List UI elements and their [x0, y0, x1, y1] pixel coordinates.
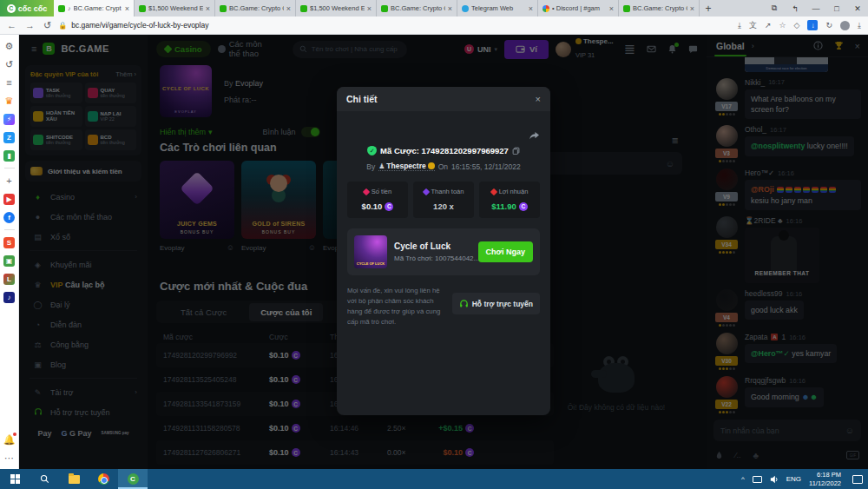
- game-id-row: Mã Trò chơi: 1007544042...: [394, 254, 471, 262]
- tab-close-icon[interactable]: ×: [206, 4, 210, 13]
- tab-close-icon[interactable]: ×: [448, 4, 452, 13]
- tab-close-icon[interactable]: ×: [529, 4, 533, 13]
- tab-title: $1,500 Weekend Ev: [148, 4, 203, 12]
- reload-icon[interactable]: ↺: [43, 20, 51, 31]
- tab-audio-icon[interactable]: ♪: [68, 5, 71, 11]
- bet-stats-row: Số tiền$0.10CThanh toán120 xLợi nhuận$11…: [347, 182, 540, 218]
- shopee-icon[interactable]: S: [3, 236, 16, 248]
- stat-icon: [490, 188, 496, 195]
- modal-titlebar: Chi tiết ×: [337, 87, 550, 111]
- tab-close-icon[interactable]: ×: [690, 4, 694, 13]
- start-button[interactable]: [0, 469, 30, 489]
- bet-id-value: 1749281202997969927: [422, 146, 509, 155]
- lazada-icon[interactable]: L: [3, 273, 16, 285]
- coccoc-taskbar-icon[interactable]: C: [118, 469, 148, 489]
- action-center-icon[interactable]: [852, 475, 863, 484]
- address-bar-icons: ⤓ 文 ↗ ☆ ◇ ↓ ↻ ⤓: [738, 20, 861, 31]
- browser-tab[interactable]: BC.Game: Crypto Ca×: [377, 0, 457, 17]
- url-box[interactable]: 🔒 bc.game/vi/game/cycle-of-luck-by-evopl…: [58, 21, 208, 30]
- back-to-app-icon[interactable]: ↰: [785, 4, 806, 13]
- stat-value: 120 x: [413, 202, 474, 211]
- tray-expand-icon[interactable]: ^: [741, 475, 745, 483]
- browser-tab[interactable]: BC.Game: Crypto Ca×: [215, 0, 296, 17]
- messenger-icon[interactable]: ⚡: [3, 113, 16, 125]
- share-icon[interactable]: [529, 131, 540, 141]
- zalo-icon[interactable]: Z: [3, 131, 16, 143]
- language-indicator[interactable]: ENG: [786, 475, 801, 483]
- pip-icon[interactable]: ⧉: [764, 3, 785, 13]
- crown-icon[interactable]: ♛: [3, 95, 16, 107]
- taskbar-clock[interactable]: 6:18 PM 11/12/2022: [809, 471, 841, 488]
- stat-label: Thanh toán: [413, 188, 474, 195]
- browser-tab[interactable]: • Discord | #gam×: [538, 0, 619, 17]
- adblock-icon[interactable]: ◇: [794, 21, 800, 30]
- by-label: By: [366, 162, 375, 171]
- translate-icon[interactable]: 文: [749, 20, 757, 31]
- volume-icon[interactable]: [770, 472, 779, 487]
- chrome-icon[interactable]: [89, 469, 118, 489]
- youtube-icon[interactable]: ▶: [3, 193, 16, 205]
- maximize-button[interactable]: □: [826, 4, 847, 13]
- player-link[interactable]: ♟Thespectre: [378, 162, 435, 171]
- close-window-button[interactable]: ✕: [847, 4, 868, 13]
- brand-label: cốc cốc: [18, 4, 48, 13]
- save-icon[interactable]: ⤓: [738, 21, 741, 30]
- back-icon[interactable]: ←: [7, 20, 16, 31]
- copy-icon[interactable]: [512, 147, 520, 155]
- tab-title: $1,500 Weekend Ev: [310, 4, 365, 12]
- modal-close-icon[interactable]: ×: [536, 94, 541, 104]
- tab-close-icon[interactable]: ×: [286, 4, 291, 13]
- browser-tab[interactable]: ♪BC.Game: Crypt×: [54, 0, 135, 17]
- live-support-button[interactable]: Hỗ trợ trực tuyến: [452, 293, 540, 314]
- facebook-icon[interactable]: f: [3, 211, 16, 223]
- stat-icon: [363, 188, 370, 195]
- bookmark-star-icon[interactable]: ☆: [779, 21, 786, 30]
- stat-icon: [422, 188, 429, 195]
- browser-tab[interactable]: $1,500 Weekend Ev×: [135, 0, 215, 17]
- settings-gear-icon[interactable]: ⚙: [3, 40, 16, 52]
- tab-favicon: [381, 5, 388, 12]
- file-explorer-icon[interactable]: [59, 469, 89, 489]
- tab-close-icon[interactable]: ×: [609, 4, 614, 13]
- headset-icon: [459, 299, 469, 308]
- new-tab-button[interactable]: +: [700, 0, 717, 17]
- tab-title: BC.Game: Crypto Ca: [391, 4, 445, 12]
- notifications-bell-icon[interactable]: 🔔: [3, 433, 16, 446]
- modal-game-card: CYCLE OF LUCK Cycle of Luck Mã Trò chơi:…: [347, 228, 540, 275]
- address-bar: ← → ↺ 🔒 bc.game/vi/game/cycle-of-luck-by…: [0, 17, 868, 35]
- stat-box: Lợi nhuận$11.90C: [479, 182, 540, 218]
- network-icon[interactable]: [753, 476, 762, 483]
- stat-label: Số tiền: [347, 188, 408, 195]
- bet-meta-row: By ♟Thespectre On 16:15:55, 12/11/2022: [347, 162, 540, 171]
- tiktok-icon[interactable]: ♪: [3, 291, 16, 303]
- coin-icon: C: [385, 202, 393, 211]
- coin-icon: C: [519, 202, 528, 211]
- game-thumbnail[interactable]: CYCLE OF LUCK: [354, 235, 387, 268]
- profile-avatar[interactable]: [840, 21, 850, 30]
- history-icon[interactable]: ↺: [3, 58, 16, 70]
- more-options-icon[interactable]: ⋯: [3, 452, 16, 464]
- reading-list-icon[interactable]: ≡: [3, 76, 16, 89]
- taskbar-search-icon[interactable]: [30, 469, 59, 489]
- screen: C cốc cốc ♪BC.Game: Crypt×$1,500 Weekend…: [0, 0, 868, 489]
- forward-icon[interactable]: →: [25, 20, 35, 31]
- tab-favicon: [220, 5, 227, 12]
- minimize-button[interactable]: —: [806, 4, 826, 13]
- sync-icon[interactable]: ↻: [825, 21, 832, 30]
- store-icon[interactable]: ▣: [3, 254, 16, 267]
- browser-tab[interactable]: Telegram Web×: [457, 0, 538, 17]
- tab-favicon: [300, 5, 307, 12]
- game-name: Cycle of Luck: [394, 241, 471, 251]
- share-icon[interactable]: ↗: [765, 21, 772, 30]
- nav-buttons: ← → ↺: [7, 20, 51, 31]
- download-badge-icon[interactable]: ↓: [807, 20, 818, 30]
- url-text[interactable]: bc.game/vi/game/cycle-of-luck-by-evoplay: [71, 21, 208, 30]
- games-icon[interactable]: ▮: [3, 149, 16, 162]
- downloads-icon[interactable]: ⤓: [858, 21, 861, 30]
- play-now-button[interactable]: Chơi Ngay: [478, 241, 533, 262]
- add-shortcut-icon[interactable]: +: [3, 175, 16, 187]
- tab-close-icon[interactable]: ×: [367, 4, 372, 13]
- browser-tab[interactable]: $1,500 Weekend Ev×: [296, 0, 377, 17]
- tab-close-icon[interactable]: ×: [125, 4, 129, 13]
- browser-tab[interactable]: BC.Game: Crypto Ca×: [619, 0, 700, 17]
